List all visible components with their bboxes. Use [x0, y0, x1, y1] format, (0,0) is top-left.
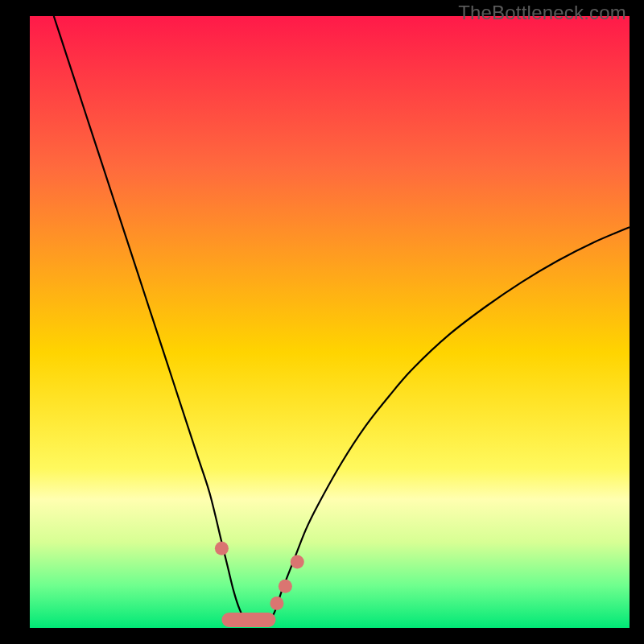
chart-frame: TheBottleneck.com — [0, 0, 644, 644]
bottleneck-curve — [54, 16, 630, 625]
watermark-text: TheBottleneck.com — [458, 2, 626, 24]
highlight-dot — [215, 542, 229, 555]
floor-bar — [221, 613, 275, 627]
highlight-dot — [279, 580, 292, 593]
chart-overlay — [30, 16, 630, 628]
highlight-dots — [215, 542, 304, 610]
highlight-dot — [270, 597, 283, 610]
highlight-dot — [291, 555, 304, 568]
